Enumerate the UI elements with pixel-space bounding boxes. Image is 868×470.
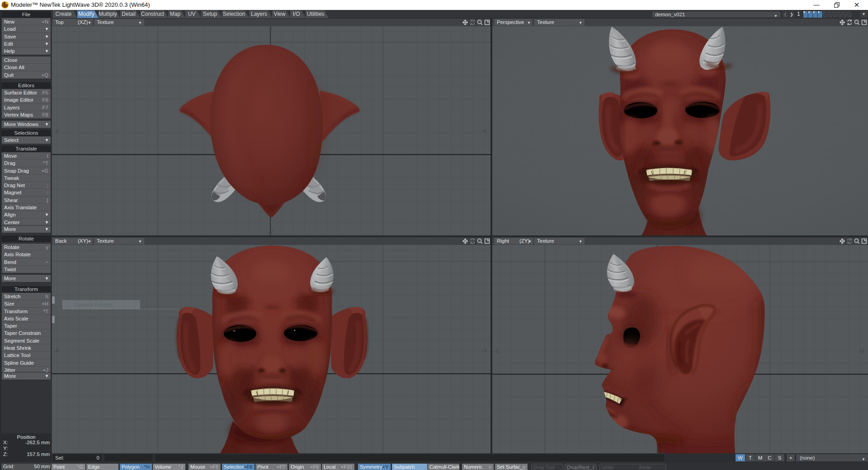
svg-text:-Z: -Z xyxy=(268,27,272,32)
svg-text:-X: -X xyxy=(54,348,59,353)
svg-text:-Z: -Z xyxy=(495,348,499,353)
svg-text:Capture Fenêtre: Capture Fenêtre xyxy=(75,302,113,307)
svg-text:+X: +X xyxy=(481,348,487,353)
svg-text:+Z: +Z xyxy=(859,348,865,353)
svg-text:-X: -X xyxy=(54,129,59,134)
svg-text:+Z: +Z xyxy=(268,230,274,235)
svg-text:+X: +X xyxy=(481,129,487,134)
